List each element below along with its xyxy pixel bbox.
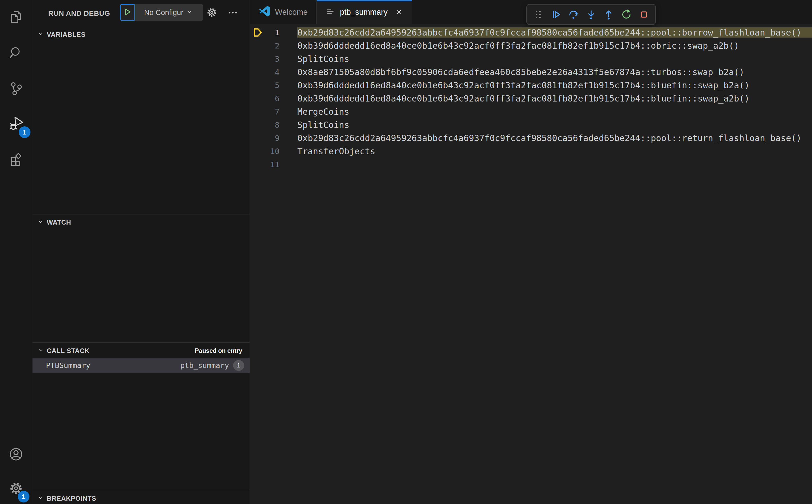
- step-into-button[interactable]: [585, 8, 598, 21]
- code-line: 4 0x8ae871505a80d8bf6bf9c05906cda6edfeea…: [250, 65, 812, 79]
- line-number[interactable]: 10: [265, 147, 279, 156]
- line-text[interactable]: 0xb29d83c26cdd2a64959263abbcfc4a6937f0c9…: [297, 27, 812, 38]
- code-line: 9 0xb29d83c26cdd2a64959263abbcfc4a6937f0…: [250, 131, 812, 145]
- line-text[interactable]: MergeCoins: [297, 107, 812, 117]
- vscode-logo-icon: [259, 5, 270, 19]
- code-line: 6 0xb39d6dddedd16ed8a40ce0b1e6b43c92acf0…: [250, 92, 812, 105]
- code-line: 7 MergeCoins: [250, 105, 812, 118]
- section-watch[interactable]: WATCH: [32, 216, 250, 228]
- code-area: 1 0xb29d83c26cdd2a64959263abbcfc4a6937f0…: [250, 24, 812, 504]
- drag-handle[interactable]: [532, 8, 545, 21]
- chevron-down-icon: [185, 8, 193, 18]
- line-number[interactable]: 8: [265, 120, 279, 129]
- run-and-debug-sidebar: RUN AND DEBUG No Configur: [32, 0, 250, 504]
- tab-label: ptb_summary: [340, 8, 388, 17]
- thread-name: PTBSummary: [46, 361, 90, 370]
- settings-badge: 1: [18, 491, 29, 502]
- config-dropdown-label: No Configur: [144, 8, 184, 17]
- code-line: 2 0xb39d6dddedd16ed8a40ce0b1e6b43c92acf0…: [250, 39, 812, 52]
- debug-toolbar: [526, 4, 656, 25]
- section-label: VARIABLES: [47, 31, 86, 39]
- section-divider: [32, 214, 250, 214]
- line-text[interactable]: SplitCoins: [297, 120, 812, 130]
- code-line: 3 SplitCoins: [250, 52, 812, 65]
- code-line: 5 0xb39d6dddedd16ed8a40ce0b1e6b43c92acf0…: [250, 79, 812, 92]
- line-number[interactable]: 9: [265, 133, 279, 143]
- line-text[interactable]: SplitCoins: [297, 54, 812, 64]
- sidebar-title: RUN AND DEBUG: [48, 9, 110, 18]
- play-icon: [122, 7, 132, 18]
- extensions-icon[interactable]: [8, 151, 24, 167]
- search-icon[interactable]: [8, 45, 24, 61]
- ellipsis-icon[interactable]: [228, 8, 238, 18]
- run-config-widget: No Configur: [120, 4, 203, 21]
- section-breakpoints[interactable]: BREAKPOINTS: [32, 492, 250, 504]
- line-number[interactable]: 5: [265, 81, 279, 90]
- section-call-stack[interactable]: CALL STACK Paused on entry: [32, 345, 250, 357]
- line-text[interactable]: 0xb29d83c26cdd2a64959263abbcfc4a6937f0c9…: [297, 133, 812, 143]
- config-dropdown[interactable]: No Configur: [135, 4, 203, 21]
- thread-source: ptb_summary: [180, 361, 229, 370]
- tab-welcome[interactable]: Welcome: [250, 0, 316, 24]
- line-number[interactable]: 11: [265, 160, 279, 169]
- chevron-down-icon: [37, 494, 44, 502]
- line-text[interactable]: 0xb39d6dddedd16ed8a40ce0b1e6b43c92acf0ff…: [297, 93, 812, 104]
- line-number[interactable]: 7: [265, 107, 279, 116]
- line-number[interactable]: 6: [265, 94, 279, 103]
- line-number[interactable]: 1: [265, 28, 279, 37]
- code-line: 10 TransferObjects: [250, 145, 812, 158]
- step-out-button[interactable]: [602, 8, 615, 21]
- source-control-icon[interactable]: [8, 80, 24, 96]
- line-text[interactable]: 0xb39d6dddedd16ed8a40ce0b1e6b43c92acf0ff…: [297, 80, 812, 90]
- continue-button[interactable]: [550, 8, 562, 21]
- code-line: 1 0xb29d83c26cdd2a64959263abbcfc4a6937f0…: [250, 26, 812, 39]
- section-variables[interactable]: VARIABLES: [32, 28, 250, 41]
- section-label: BREAKPOINTS: [47, 495, 96, 502]
- file-list-icon: [325, 6, 335, 18]
- code-line: 8 SplitCoins: [250, 118, 812, 131]
- code-line: 11: [250, 158, 812, 171]
- chevron-down-icon: [37, 218, 44, 226]
- debug-current-line-pointer-icon: [250, 26, 265, 39]
- close-icon[interactable]: [394, 8, 403, 16]
- tab-ptb-summary[interactable]: ptb_summary: [316, 0, 413, 24]
- line-text[interactable]: 0xb39d6dddedd16ed8a40ce0b1e6b43c92acf0ff…: [297, 41, 812, 51]
- debug-badge: 1: [19, 126, 30, 138]
- explorer-files-icon[interactable]: [8, 9, 24, 25]
- editor-group: Welcome ptb_summary: [250, 0, 812, 504]
- restart-button[interactable]: [620, 8, 633, 21]
- chevron-down-icon: [37, 30, 44, 39]
- section-divider: [32, 490, 250, 490]
- paused-status: Paused on entry: [195, 347, 250, 354]
- chevron-down-icon: [37, 347, 44, 355]
- start-debugging-button[interactable]: [120, 4, 135, 21]
- line-number[interactable]: 4: [265, 68, 279, 77]
- line-number[interactable]: 2: [265, 41, 279, 50]
- activity-bar: 1 1: [0, 0, 32, 504]
- active-tab-indicator: [316, 0, 412, 1]
- line-number[interactable]: 3: [265, 54, 279, 63]
- line-text[interactable]: 0x8ae871505a80d8bf6bf9c05906cda6edfeea46…: [297, 67, 812, 77]
- section-divider: [32, 342, 250, 343]
- gear-icon[interactable]: [206, 7, 217, 18]
- call-stack-row[interactable]: PTBSummary ptb_summary 1: [32, 358, 250, 373]
- step-over-button[interactable]: [567, 8, 580, 21]
- section-label: WATCH: [47, 219, 71, 226]
- line-text[interactable]: TransferObjects: [297, 146, 812, 156]
- account-icon[interactable]: [8, 446, 24, 462]
- tab-label: Welcome: [275, 8, 308, 17]
- stop-button[interactable]: [638, 8, 650, 21]
- thread-badge: 1: [233, 360, 244, 371]
- section-label: CALL STACK: [47, 347, 90, 355]
